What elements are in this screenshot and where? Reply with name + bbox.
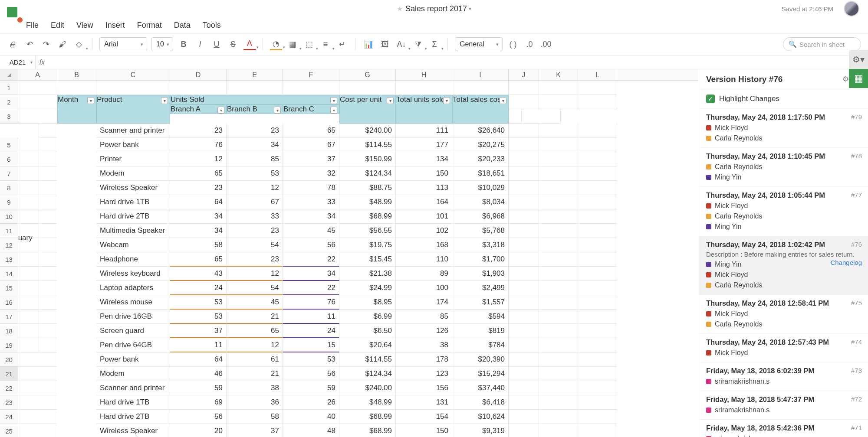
cell-cost-per-unit[interactable]: $88.75 (339, 181, 396, 195)
filter-icon[interactable]: ▾ (330, 107, 337, 114)
cell[interactable] (509, 209, 539, 224)
menu-data[interactable]: Data (174, 21, 191, 30)
cell-product[interactable]: Laptop adapters (96, 281, 170, 295)
col-header[interactable]: G (339, 69, 396, 80)
cell[interactable] (227, 81, 283, 95)
cell-total-units[interactable]: 89 (396, 267, 452, 281)
cell-total-cost[interactable]: $1,557 (452, 295, 509, 310)
cell[interactable] (578, 124, 617, 138)
cell-branch-b[interactable]: 12 (227, 267, 283, 281)
parentheses-icon[interactable]: ( ) (507, 38, 519, 50)
row-header[interactable]: 18 (0, 324, 18, 338)
filter-icon[interactable]: ▾ (387, 97, 394, 104)
col-header[interactable]: F (283, 69, 339, 80)
row-header[interactable]: 6 (0, 152, 18, 166)
cell-total-units[interactable]: 177 (396, 138, 452, 152)
cell-branch-b[interactable]: 61 (227, 352, 283, 367)
col-header[interactable]: A (18, 69, 57, 80)
cell[interactable] (578, 181, 617, 195)
cell[interactable] (283, 81, 339, 95)
cell-total-units[interactable]: 134 (396, 152, 452, 166)
cell[interactable] (539, 138, 578, 152)
cell-branch-a[interactable]: 43 (170, 267, 227, 281)
cell[interactable] (539, 252, 578, 267)
fx-icon[interactable]: fx (36, 59, 49, 66)
cell-branch-c[interactable]: 67 (283, 138, 339, 152)
cell[interactable] (18, 338, 57, 352)
version-entry[interactable]: Thursday, May 24, 2018 12:57:43 PM #74 M… (699, 333, 868, 362)
col-header[interactable]: J (509, 69, 539, 80)
user-avatar[interactable] (844, 1, 859, 16)
cell[interactable] (396, 81, 452, 95)
cell-total-cost[interactable]: $2,499 (452, 281, 509, 295)
cell-branch-c[interactable]: 45 (283, 224, 339, 238)
cell-branch-b[interactable]: 12 (227, 338, 283, 352)
cell-total-cost[interactable]: $3,318 (452, 238, 509, 252)
cell[interactable] (509, 252, 539, 267)
cell-branch-b[interactable]: 85 (227, 152, 283, 166)
cell-branch-b[interactable]: 53 (227, 166, 283, 181)
font-size-select[interactable]: 10 (151, 37, 173, 51)
cell-total-units[interactable]: 101 (396, 209, 452, 224)
cell-branch-a[interactable]: 64 (170, 195, 227, 209)
chart-icon[interactable]: 📊 (362, 38, 375, 50)
cell[interactable] (509, 224, 539, 238)
cell-total-cost[interactable]: $18,651 (452, 166, 509, 181)
cell[interactable] (539, 381, 578, 395)
version-entry[interactable]: Friday, May 18, 2018 5:42:36 PM #71 srir… (699, 419, 868, 437)
cell[interactable] (509, 138, 539, 152)
col-header[interactable]: E (227, 69, 283, 80)
cell-branch-b[interactable]: 23 (227, 124, 283, 138)
cell-branch-b[interactable]: 54 (227, 238, 283, 252)
cell[interactable] (578, 252, 617, 267)
cell[interactable] (578, 395, 617, 410)
cell[interactable] (509, 338, 539, 352)
format-painter-icon[interactable]: 🖌 (56, 38, 69, 50)
cell[interactable] (57, 81, 96, 95)
filter-icon[interactable]: ▾ (161, 97, 168, 104)
cell[interactable] (539, 338, 578, 352)
cell-product[interactable]: Hard drive 2TB (96, 209, 170, 224)
cell-cost-per-unit[interactable]: $150.99 (339, 152, 396, 166)
cell-total-cost[interactable]: $1,700 (452, 252, 509, 267)
cell[interactable] (578, 267, 617, 281)
cell-cost-per-unit[interactable]: $6.50 (339, 324, 396, 338)
cell[interactable] (18, 209, 57, 224)
cell-product[interactable]: Modem (96, 166, 170, 181)
filter-icon[interactable]: ▾ (274, 107, 281, 114)
cell[interactable] (18, 252, 57, 267)
cell-total-units[interactable]: 174 (396, 295, 452, 310)
menu-format[interactable]: Format (137, 21, 162, 30)
cell-branch-c[interactable]: 56 (283, 238, 339, 252)
cell[interactable] (509, 367, 539, 381)
menu-edit[interactable]: Edit (51, 21, 64, 30)
cell-branch-a[interactable]: 65 (170, 166, 227, 181)
cell-total-cost[interactable]: $8,034 (452, 195, 509, 209)
cell-total-units[interactable]: 150 (396, 166, 452, 181)
menu-insert[interactable]: Insert (105, 21, 125, 30)
cell-cost-per-unit[interactable]: $68.99 (339, 209, 396, 224)
cell[interactable] (509, 238, 539, 252)
cell-branch-a[interactable]: 69 (170, 395, 227, 410)
borders-icon[interactable]: ▦ (286, 38, 299, 50)
cell-total-cost[interactable]: $9,319 (452, 424, 509, 437)
cell[interactable] (578, 195, 617, 209)
cell[interactable] (509, 95, 539, 109)
bold-icon[interactable]: B (178, 38, 190, 50)
cell[interactable] (578, 338, 617, 352)
select-all-corner[interactable]: ◢ (0, 69, 18, 80)
cell-total-units[interactable]: 131 (396, 395, 452, 410)
cell-total-cost[interactable]: $26,640 (452, 124, 509, 138)
col-header[interactable]: L (578, 69, 617, 80)
cell[interactable] (509, 166, 539, 181)
version-entry[interactable]: Thursday, May 24, 2018 1:17:50 PM #79 Mi… (699, 108, 868, 147)
cell-cost-per-unit[interactable]: $114.55 (339, 138, 396, 152)
cell-branch-b[interactable]: 33 (227, 209, 283, 224)
cell[interactable] (18, 410, 57, 424)
cell-branch-a[interactable]: 53 (170, 295, 227, 310)
menu-file[interactable]: File (26, 21, 39, 30)
cell-branch-a[interactable]: 23 (170, 181, 227, 195)
cell[interactable] (539, 195, 578, 209)
cell-branch-a[interactable]: 64 (170, 352, 227, 367)
header-total-units[interactable]: Total units sold▾ (396, 95, 452, 124)
